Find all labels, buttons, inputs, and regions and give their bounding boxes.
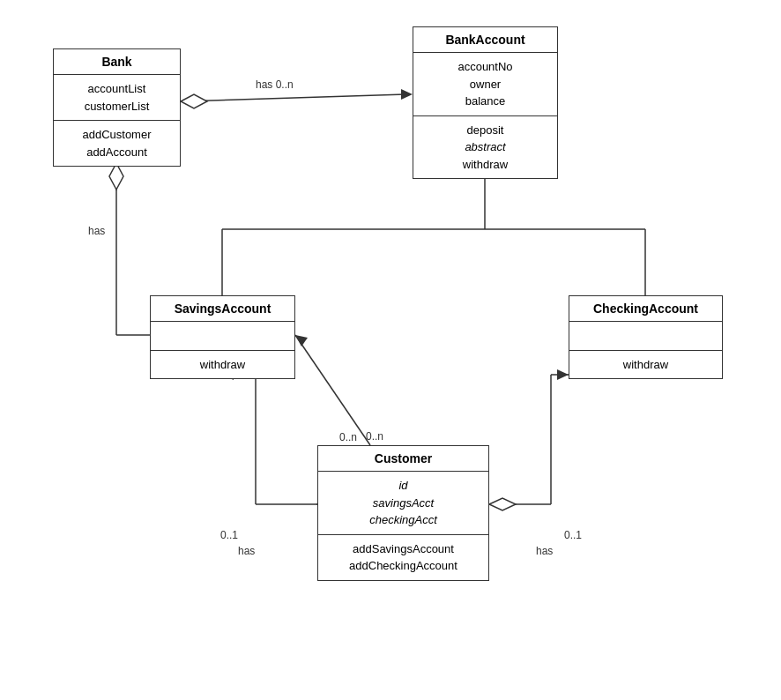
customer-class-methods: addSavingsAccount addCheckingAccount (318, 535, 488, 580)
svg-text:0..n: 0..n (339, 431, 357, 443)
bankaccount-class-attrs: accountNo owner balance (413, 53, 557, 116)
savingsaccount-class-attrs (151, 322, 294, 351)
customer-method-addsavings: addSavingsAccount (327, 540, 480, 558)
svg-marker-24 (295, 335, 308, 346)
bank-class-methods: addCustomer addAccount (54, 121, 180, 166)
label-has-right: has (536, 545, 553, 557)
svg-line-0 (181, 94, 405, 101)
savingsaccount-class-methods: withdraw (151, 351, 294, 379)
label-01-right: 0..1 (564, 529, 582, 541)
customer-attr-id: id (327, 477, 480, 495)
customer-attr-savingsacct: savingsAcct (327, 495, 480, 512)
bank-class-name: Bank (54, 49, 180, 75)
label-0n-customer: 0..n (366, 430, 383, 443)
bankaccount-class-name: BankAccount (413, 27, 557, 53)
bankaccount-attr-no: accountNo (422, 58, 548, 76)
bankaccount-attr-balance: balance (422, 93, 548, 110)
bank-attr-customerlist: customerList (63, 98, 171, 115)
customer-method-addchecking: addCheckingAccount (327, 557, 480, 575)
checkingaccount-method-withdraw: withdraw (578, 356, 713, 374)
bankaccount-method-abstract: abstract (422, 138, 548, 156)
checkingaccount-class-attrs (569, 322, 722, 351)
label-01-left: 0..1 (220, 529, 238, 541)
svg-marker-22 (489, 498, 516, 510)
bankaccount-class: BankAccount accountNo owner balance depo… (413, 26, 558, 179)
checkingaccount-class-methods: withdraw (569, 351, 722, 379)
bank-class: Bank accountList customerList addCustome… (53, 48, 181, 167)
bankaccount-method-deposit: deposit (422, 122, 548, 139)
bankaccount-class-methods: deposit abstract withdraw (413, 116, 557, 179)
bank-class-attrs: accountList customerList (54, 75, 180, 121)
customer-class-attrs: id savingsAcct checkingAcct (318, 472, 488, 535)
customer-class-name: Customer (318, 446, 488, 472)
bank-attr-accountlist: accountList (63, 80, 171, 98)
svg-marker-21 (557, 369, 569, 380)
bank-method-addaccount: addAccount (63, 144, 171, 161)
svg-line-23 (295, 335, 370, 445)
svg-marker-2 (401, 89, 413, 100)
uml-diagram: has 0..n (0, 0, 781, 700)
customer-attr-checkingacct: checkingAcct (327, 511, 480, 529)
savingsaccount-class: SavingsAccount withdraw (150, 295, 295, 379)
label-has-left: has (238, 545, 255, 557)
svg-marker-12 (109, 163, 123, 190)
bankaccount-method-withdraw: withdraw (422, 156, 548, 174)
checkingaccount-class-name: CheckingAccount (569, 296, 722, 322)
bank-method-addcustomer: addCustomer (63, 126, 171, 144)
label-has-bank: has (88, 225, 105, 237)
svg-text:has 0..n: has 0..n (256, 78, 294, 91)
svg-marker-1 (181, 94, 207, 108)
savingsaccount-class-name: SavingsAccount (151, 296, 294, 322)
savingsaccount-method-withdraw: withdraw (160, 356, 286, 374)
bankaccount-attr-owner: owner (422, 76, 548, 93)
customer-class: Customer id savingsAcct checkingAcct add… (317, 445, 489, 581)
checkingaccount-class: CheckingAccount withdraw (569, 295, 723, 379)
